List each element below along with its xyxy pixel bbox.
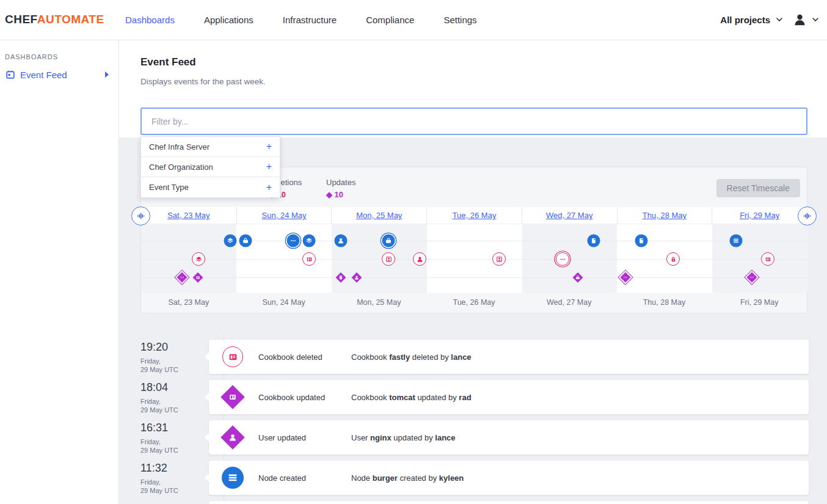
event-entity: lance bbox=[435, 433, 455, 442]
day-footer-label: Sun, 24 May bbox=[236, 298, 332, 307]
event-description: Node burger created by kyleen bbox=[351, 473, 464, 483]
filter-dropdown-item-chef-infra-server[interactable]: Chef Infra Server+ bbox=[141, 137, 280, 157]
filter-dropdown-item-chef-organization[interactable]: Chef Organization+ bbox=[141, 157, 280, 177]
event-desc-text: deleted by bbox=[410, 352, 451, 362]
event-desc-text: created by bbox=[398, 473, 439, 483]
deletion-event-icon[interactable] bbox=[666, 252, 680, 266]
sidebar-item-label: Event Feed bbox=[20, 70, 67, 80]
creation-event-icon[interactable] bbox=[287, 235, 300, 247]
event-card[interactable] bbox=[209, 501, 809, 504]
badge-icon bbox=[496, 256, 503, 263]
event-date: 29 May UTC bbox=[140, 406, 209, 414]
update-event-icon[interactable] bbox=[618, 269, 633, 285]
event-desc-text: Cookbook bbox=[351, 352, 389, 362]
event-card[interactable]: User updatedUser nginx updated by lance bbox=[209, 420, 809, 455]
day-link-tue-26-may[interactable]: Tue, 26 May bbox=[453, 211, 497, 220]
deletion-event-icon[interactable] bbox=[302, 252, 316, 266]
nav-applications[interactable]: Applications bbox=[204, 15, 253, 25]
deletion-event-icon[interactable] bbox=[382, 252, 395, 266]
event-entity: tomcat bbox=[389, 393, 415, 402]
event-date: 29 May UTC bbox=[140, 366, 209, 373]
creation-event-icon[interactable] bbox=[588, 235, 600, 247]
day-footer-label: Wed, 27 May bbox=[522, 298, 617, 307]
projects-filter[interactable]: All projects bbox=[720, 15, 770, 25]
creation-event-icon[interactable] bbox=[239, 235, 252, 247]
expand-arrow-icon[interactable] bbox=[105, 71, 109, 78]
event-card[interactable]: Cookbook updatedCookbook tomcat updated … bbox=[209, 380, 809, 414]
day-link-wed-27-may[interactable]: Wed, 27 May bbox=[546, 211, 592, 220]
deletion-event-icon[interactable] bbox=[192, 252, 205, 266]
creation-event-icon[interactable] bbox=[303, 235, 316, 247]
filter-input[interactable] bbox=[140, 108, 807, 135]
event-desc-text: Node bbox=[351, 473, 373, 483]
badge-icon bbox=[385, 256, 392, 263]
add-filter-icon[interactable]: + bbox=[266, 141, 272, 152]
event-desc-text: updated by bbox=[415, 393, 459, 402]
user-icon bbox=[354, 275, 359, 280]
nav-compliance[interactable]: Compliance bbox=[366, 15, 414, 25]
deletion-event-icon[interactable] bbox=[556, 252, 569, 266]
add-filter-icon[interactable]: + bbox=[266, 161, 272, 172]
user-menu-chevron-icon[interactable] bbox=[812, 18, 818, 22]
cookbook-icon bbox=[765, 256, 771, 263]
layers-icon bbox=[227, 238, 234, 244]
deletion-event-icon[interactable] bbox=[492, 252, 506, 266]
day-header-cell: Tue, 26 May bbox=[426, 207, 522, 224]
event-date: 29 May UTC bbox=[140, 447, 209, 454]
timescale-left-button[interactable] bbox=[131, 206, 150, 225]
filter-dropdown-item-event-type[interactable]: Event Type+ bbox=[141, 177, 280, 197]
event-entity: nginx bbox=[370, 433, 392, 442]
event-type-label: User updated bbox=[258, 433, 351, 442]
sidebar-section-label: DASHBOARDS bbox=[5, 53, 58, 60]
user-icon bbox=[417, 256, 423, 263]
event-description: Cookbook tomcat updated by rad bbox=[351, 393, 472, 402]
chevron-down-icon[interactable] bbox=[776, 18, 782, 22]
event-row: 18:04Friday,29 May UTCCookbook updatedCo… bbox=[140, 380, 809, 414]
event-card[interactable]: Cookbook deletedCookbook fastly deleted … bbox=[209, 340, 809, 374]
filter-dropdown: Chef Infra Server+Chef Organization+Even… bbox=[140, 136, 280, 198]
day-link-fri-29-may[interactable]: Fri, 29 May bbox=[740, 211, 779, 220]
stat-count: ◆ 10 bbox=[326, 190, 355, 199]
event-time-value: 16:31 bbox=[140, 422, 209, 434]
day-footer-label: Fri, 29 May bbox=[712, 298, 807, 307]
nav-settings[interactable]: Settings bbox=[443, 15, 476, 25]
creation-event-icon[interactable] bbox=[382, 235, 395, 247]
cookbook-icon bbox=[195, 275, 200, 280]
reset-timescale-button[interactable]: Reset Timescale bbox=[716, 179, 800, 197]
grid-line bbox=[141, 277, 807, 278]
cookbook-icon bbox=[228, 352, 238, 362]
sidebar-item-event-feed[interactable]: Event Feed bbox=[0, 67, 118, 82]
deletion-event-icon[interactable] bbox=[413, 252, 426, 266]
nav-infrastructure[interactable]: Infrastructure bbox=[283, 15, 337, 25]
list-icon bbox=[733, 238, 740, 244]
day-link-thu-28-may[interactable]: Thu, 28 May bbox=[643, 211, 687, 220]
timescale-right-button[interactable] bbox=[798, 206, 817, 225]
diamond-inner bbox=[620, 272, 631, 283]
filter-category-label: Event Type bbox=[149, 183, 189, 192]
day-link-mon-25-may[interactable]: Mon, 25 May bbox=[356, 211, 402, 220]
day-footer-label: Thu, 28 May bbox=[617, 298, 712, 307]
creation-event-icon[interactable] bbox=[635, 235, 648, 247]
diamond-inner bbox=[177, 272, 188, 283]
equalizer-icon bbox=[803, 212, 812, 220]
user-avatar-icon[interactable] bbox=[793, 13, 806, 26]
deletion-event-icon[interactable] bbox=[761, 252, 774, 266]
event-type-label: Cookbook deleted bbox=[258, 352, 351, 362]
add-filter-icon[interactable]: + bbox=[266, 182, 272, 193]
event-card[interactable]: Node createdNode burger created by kylee… bbox=[209, 461, 809, 495]
day-link-sat-23-may[interactable]: Sat, 23 May bbox=[167, 211, 209, 220]
creation-event-icon[interactable] bbox=[730, 235, 743, 247]
cookbook-event-icon bbox=[220, 344, 246, 370]
day-header-cell: Sat, 23 May bbox=[141, 207, 236, 224]
day-link-sun-24-may[interactable]: Sun, 24 May bbox=[262, 211, 307, 220]
timeline-grid bbox=[141, 224, 807, 293]
day-stripe bbox=[141, 224, 236, 293]
event-time: 18:04Friday,29 May UTC bbox=[140, 380, 209, 414]
creation-event-icon[interactable] bbox=[335, 235, 348, 247]
event-date: 29 May UTC bbox=[140, 487, 209, 494]
chef-automate-logo[interactable]: CHEFAUTOMATE bbox=[5, 13, 104, 26]
creation-event-icon[interactable] bbox=[224, 235, 237, 247]
event-time-value: 11:32 bbox=[140, 462, 209, 475]
nav-dashboards[interactable]: Dashboards bbox=[125, 15, 175, 25]
user-event-icon bbox=[220, 425, 246, 450]
